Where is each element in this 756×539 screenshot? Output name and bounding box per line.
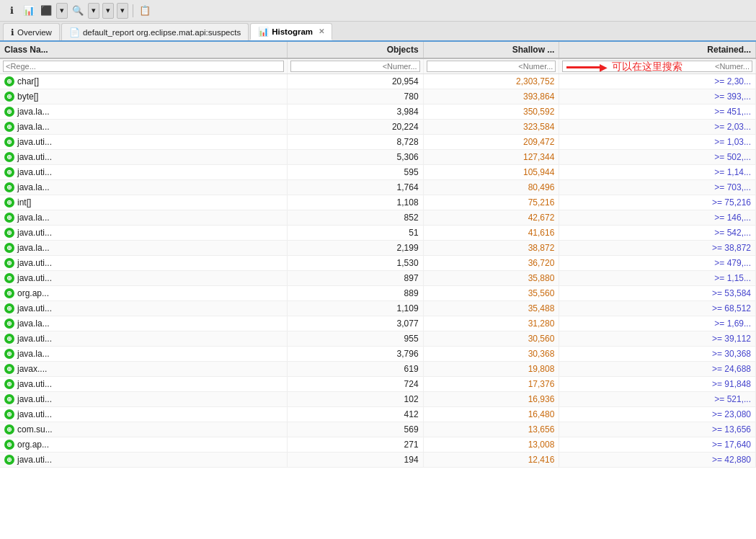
info-icon[interactable]: ℹ (4, 4, 19, 18)
class-icon: ⊕ (4, 122, 14, 132)
table-row[interactable]: ⊕char[]20,9542,303,752>= 2,30... (0, 74, 756, 89)
table-row[interactable]: ⊕java.uti...595105,944>= 1,14... (0, 165, 756, 180)
table-row[interactable]: ⊕byte[]780393,864>= 393,... (0, 89, 756, 104)
objects-cell: 1,530 (287, 256, 423, 271)
table-row[interactable]: ⊕java.uti...72417,376>= 91,848 (0, 377, 756, 392)
class-cell: ⊕javax.... (0, 362, 287, 377)
table-row[interactable]: ⊕java.la...1,76480,496>= 703,... (0, 180, 756, 195)
tab-overview[interactable]: ℹ Overview (3, 23, 60, 40)
filter-objects-input[interactable] (290, 61, 420, 72)
class-cell: ⊕byte[] (0, 89, 287, 104)
table-row[interactable]: ⊕int[]1,10875,216>= 75,216 (0, 195, 756, 210)
filter-class-input[interactable] (3, 61, 284, 72)
retained-cell: >= 542,... (559, 226, 756, 241)
table-row[interactable]: ⊕org.ap...88935,560>= 53,584 (0, 286, 756, 301)
filter-shallow-input[interactable] (427, 61, 556, 72)
table-row[interactable]: ⊕java.uti...10216,936>= 521,... (0, 392, 756, 407)
table-row[interactable]: ⊕java.uti...95530,560>= 39,112 (0, 331, 756, 347)
shallow-cell: 35,880 (423, 271, 559, 286)
class-icon: ⊕ (4, 455, 14, 465)
objects-cell: 1,764 (287, 180, 423, 195)
class-cell: ⊕java.uti... (0, 377, 287, 392)
shallow-cell: 35,488 (423, 301, 559, 316)
tabs-bar: ℹ Overview 📄 default_report org.eclipse.… (0, 22, 756, 42)
col-header-class[interactable]: Class Na... (0, 42, 287, 58)
table-row[interactable]: ⊕java.la...3,07731,280>= 1,69... (0, 316, 756, 331)
retained-cell: >= 13,656 (559, 422, 756, 437)
table-row[interactable]: ⊕java.uti...5,306127,344>= 502,... (0, 150, 756, 165)
grid-icon[interactable]: ⬛ (39, 4, 53, 18)
class-name: java.uti... (17, 137, 52, 147)
objects-cell: 889 (287, 286, 423, 301)
table-row[interactable]: ⊕com.su...56913,656>= 13,656 (0, 422, 756, 437)
class-name: java.uti... (17, 455, 52, 465)
shallow-cell: 75,216 (423, 195, 559, 210)
objects-cell: 595 (287, 165, 423, 180)
retained-cell: >= 2,30... (559, 74, 756, 89)
tab-histogram-close[interactable]: ✕ (319, 27, 324, 35)
tab-default-report[interactable]: 📄 default_report org.eclipse.mat.api:sus… (61, 23, 249, 40)
retained-cell: >= 53,584 (559, 286, 756, 301)
table-row[interactable]: ⊕java.uti...1,10935,488>= 68,512 (0, 301, 756, 316)
class-icon: ⊕ (4, 409, 14, 419)
class-icon: ⊕ (4, 364, 14, 374)
table-row[interactable]: ⊕org.ap...27113,008>= 17,640 (0, 437, 756, 453)
filter-objects-cell (287, 58, 423, 74)
class-name: java.uti... (17, 258, 52, 268)
action-btn-4[interactable]: ▾ (117, 3, 128, 19)
class-cell: ⊕org.ap... (0, 286, 287, 301)
col-header-retained[interactable]: Retained... (559, 42, 756, 58)
table-row[interactable]: ⊕java.uti...1,53036,720>= 479,... (0, 256, 756, 271)
class-cell: ⊕java.la... (0, 104, 287, 120)
objects-cell: 897 (287, 271, 423, 286)
class-icon: ⊕ (4, 197, 14, 208)
search-icon[interactable]: 🔍 (71, 4, 85, 18)
class-icon: ⊕ (4, 137, 14, 147)
class-icon: ⊕ (4, 107, 14, 117)
shallow-cell: 31,280 (423, 316, 559, 331)
histogram-table-body: ⊕char[]20,9542,303,752>= 2,30...⊕byte[]7… (0, 74, 756, 468)
dropdown-icon-2: ▾ (92, 6, 96, 15)
table-row[interactable]: ⊕java.la...3,984350,592>= 451,... (0, 104, 756, 120)
filter-retained-input[interactable] (562, 61, 752, 72)
table-row[interactable]: ⊕java.la...20,224323,584>= 2,03... (0, 120, 756, 135)
action-btn-2[interactable]: ▾ (88, 3, 99, 19)
tab-histogram[interactable]: 📊 Histogram ✕ (250, 23, 332, 40)
class-cell: ⊕java.uti... (0, 165, 287, 180)
action-btn-3[interactable]: ▾ (102, 3, 114, 19)
class-name: javax.... (17, 364, 47, 374)
class-name: java.la... (17, 122, 50, 132)
filter-row: ▶ 可以在这里搜索 (0, 58, 756, 74)
action-btn-1[interactable]: ▾ (56, 3, 68, 19)
retained-cell: >= 393,... (559, 89, 756, 104)
class-cell: ⊕java.la... (0, 210, 287, 226)
report-icon[interactable]: 📋 (138, 4, 152, 18)
class-name: java.la... (17, 318, 50, 329)
table-row[interactable]: ⊕java.uti...8,728209,472>= 1,03... (0, 135, 756, 150)
table-row[interactable]: ⊕java.uti...89735,880>= 1,15... (0, 271, 756, 286)
retained-cell: >= 17,640 (559, 437, 756, 453)
table-row[interactable]: ⊕javax....61919,808>= 24,688 (0, 362, 756, 377)
bar-chart-icon[interactable]: 📊 (22, 4, 36, 18)
table-row[interactable]: ⊕java.uti...19412,416>= 42,880 (0, 453, 756, 468)
filter-retained-cell: ▶ 可以在这里搜索 (559, 58, 756, 74)
class-cell: ⊕org.ap... (0, 437, 287, 453)
table-row[interactable]: ⊕java.la...2,19938,872>= 38,872 (0, 241, 756, 256)
shallow-cell: 30,368 (423, 347, 559, 362)
col-header-shallow[interactable]: Shallow ... (423, 42, 559, 58)
class-icon: ⊕ (4, 318, 14, 329)
dropdown-icon-3: ▾ (106, 6, 110, 15)
table-row[interactable]: ⊕java.uti...41216,480>= 23,080 (0, 407, 756, 422)
table-row[interactable]: ⊕java.la...85242,672>= 146,... (0, 210, 756, 226)
table-row[interactable]: ⊕java.la...3,79630,368>= 30,368 (0, 347, 756, 362)
class-cell: ⊕java.la... (0, 180, 287, 195)
objects-cell: 780 (287, 89, 423, 104)
toolbar-separator (133, 4, 133, 17)
shallow-cell: 16,480 (423, 407, 559, 422)
class-cell: ⊕int[] (0, 195, 287, 210)
table-row[interactable]: ⊕java.uti...5141,616>= 542,... (0, 226, 756, 241)
class-cell: ⊕java.la... (0, 316, 287, 331)
col-header-objects[interactable]: Objects (287, 42, 423, 58)
shallow-cell: 19,808 (423, 362, 559, 377)
shallow-cell: 393,864 (423, 89, 559, 104)
